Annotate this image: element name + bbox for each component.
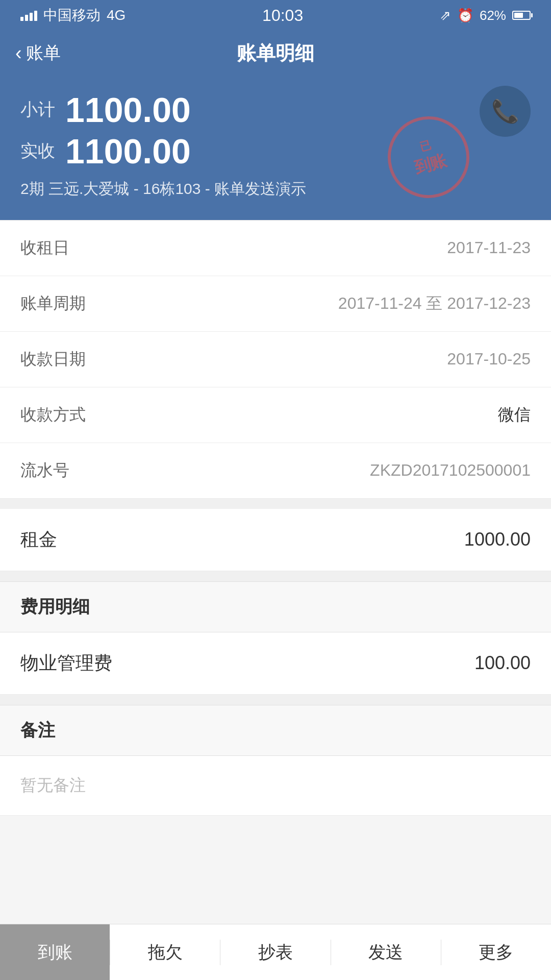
detail-label-4: 流水号 — [20, 459, 69, 482]
tab-label-daodang: 到账 — [38, 941, 72, 964]
nav-bar: ‹ 账单 账单明细 — [0, 31, 551, 76]
header-section: 小计 1100.00 实收 1100.00 2期 三远.大爱城 - 16栋103… — [0, 76, 551, 220]
detail-row-4: 流水号 ZKZD2017102500001 — [0, 443, 551, 499]
tab-bar-spacer — [0, 816, 551, 872]
rent-item-row: 租金 1000.00 — [0, 509, 551, 571]
rent-label: 租金 — [20, 527, 57, 552]
subtotal-label: 小计 — [20, 98, 55, 121]
detail-row-3: 收款方式 微信 — [0, 387, 551, 443]
carrier-label: 中国移动 — [43, 6, 101, 25]
actual-label: 实收 — [20, 139, 55, 163]
rent-value: 1000.00 — [464, 529, 531, 550]
fee-item-value-0: 100.00 — [474, 652, 531, 674]
chevron-left-icon: ‹ — [15, 42, 22, 64]
detail-row-2: 收款日期 2017-10-25 — [0, 332, 551, 387]
detail-label-3: 收款方式 — [20, 404, 86, 426]
divider-2 — [0, 571, 551, 581]
phone-icon: 📞 — [491, 98, 519, 125]
location-icon: ⇗ — [440, 8, 451, 23]
detail-label-1: 账单周期 — [20, 292, 86, 315]
fee-section-header: 费用明细 — [0, 581, 551, 632]
detail-value-3: 微信 — [498, 404, 531, 426]
tab-label-gengduo: 更多 — [479, 941, 513, 964]
alarm-icon: ⏰ — [457, 8, 473, 23]
detail-row-1: 账单周期 2017-11-24 至 2017-12-23 — [0, 276, 551, 332]
subtotal-amount: 1100.00 — [65, 91, 191, 129]
detail-label-0: 收租日 — [20, 237, 69, 259]
status-bar: 中国移动 4G 10:03 ⇗ ⏰ 62% — [0, 0, 551, 31]
detail-value-1: 2017-11-24 至 2017-12-23 — [338, 292, 531, 315]
status-left: 中国移动 4G — [20, 6, 126, 25]
fee-item-label-0: 物业管理费 — [20, 651, 112, 676]
fee-item-row-0: 物业管理费 100.00 — [0, 632, 551, 695]
remark-empty-row: 暂无备注 — [0, 756, 551, 816]
detail-value-0: 2017-11-23 — [447, 238, 531, 257]
detail-label-2: 收款日期 — [20, 348, 86, 371]
tab-label-fasong: 发送 — [368, 941, 403, 964]
tab-item-chaobiao[interactable]: 抄表 — [220, 924, 330, 980]
remark-section-title: 备注 — [20, 720, 55, 740]
stamp-circle: 已 到账 — [379, 107, 479, 207]
page-title: 账单明细 — [237, 40, 314, 66]
divider-3 — [0, 695, 551, 705]
tab-item-tuoqian[interactable]: 拖欠 — [110, 924, 220, 980]
battery-icon — [512, 11, 531, 20]
network-label: 4G — [107, 7, 126, 23]
tab-item-daodang[interactable]: 到账 — [0, 924, 110, 980]
detail-value-2: 2017-10-25 — [447, 350, 531, 369]
detail-section: 收租日 2017-11-23 账单周期 2017-11-24 至 2017-12… — [0, 220, 551, 499]
signal-icon — [20, 10, 37, 21]
status-right: ⇗ ⏰ 62% — [440, 8, 531, 23]
actual-amount: 1100.00 — [65, 132, 191, 170]
phone-button[interactable]: 📞 — [480, 86, 531, 137]
detail-value-4: ZKZD2017102500001 — [370, 461, 531, 480]
remark-section-header: 备注 — [0, 705, 551, 756]
back-button[interactable]: ‹ 账单 — [15, 41, 61, 65]
battery-label: 62% — [480, 8, 506, 23]
paid-stamp: 已 到账 — [388, 116, 469, 198]
back-label: 账单 — [26, 41, 61, 65]
tab-label-chaobiao: 抄表 — [258, 941, 293, 964]
tab-bar: 到账 拖欠 抄表 发送 更多 — [0, 924, 551, 980]
tab-item-gengduo[interactable]: 更多 — [441, 924, 551, 980]
tab-label-tuoqian: 拖欠 — [148, 941, 183, 964]
detail-row-0: 收租日 2017-11-23 — [0, 220, 551, 276]
time-label: 10:03 — [262, 6, 303, 25]
divider-1 — [0, 499, 551, 509]
remark-empty-text: 暂无备注 — [20, 776, 86, 794]
tab-item-fasong[interactable]: 发送 — [331, 924, 441, 980]
fee-section-title: 费用明细 — [20, 597, 90, 616]
